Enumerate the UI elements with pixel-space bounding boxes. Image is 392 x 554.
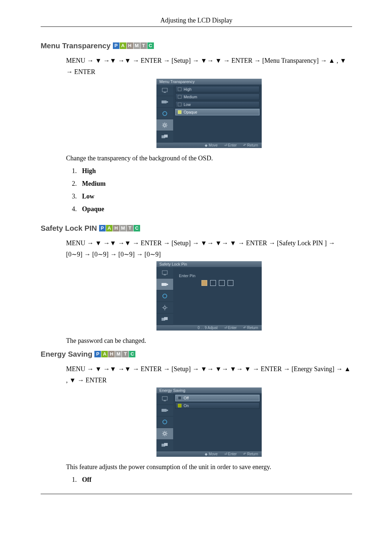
osd-pin-boxes — [176, 280, 259, 286]
osd-footer-move: ◆ Move — [205, 452, 217, 456]
osd-tab-setup-icon — [156, 119, 173, 131]
osd-footer-return: ↶ Return — [243, 326, 258, 330]
osd-tab-input-icon — [156, 96, 173, 108]
osd-content: Off On — [173, 393, 262, 451]
osd-footer-enter: ⏎ Enter — [224, 143, 237, 147]
svg-line-12 — [166, 123, 167, 124]
osd-tab-sound-icon — [156, 108, 173, 119]
osd-option-label: Off — [184, 396, 189, 400]
osd-footer: 0 . . 9 Adjust ⏎ Enter ↶ Return — [156, 325, 262, 331]
svg-rect-43 — [164, 443, 168, 446]
option-label: Off — [82, 476, 91, 483]
option-label: Opaque — [82, 205, 104, 213]
description-energy-saving: This feature adjusts the power consumpti… — [66, 463, 352, 471]
section-body: MENU → ▼ →▼ →▼ → ENTER → [Setup] → ▼→ ▼ … — [66, 55, 352, 213]
osd-footer-enter: ⏎ Enter — [224, 326, 237, 330]
osd-tab-input-icon — [156, 405, 173, 416]
checkbox-icon — [178, 396, 181, 400]
heading-text: Energy Saving — [41, 350, 92, 358]
mode-badge-c: C — [134, 225, 140, 231]
osd-footer: ◆ Move ⏎ Enter ↶ Return — [156, 451, 262, 457]
osd-title: Menu Transparency — [156, 79, 262, 85]
heading-safety-lock-pin: Safety Lock PIN P A H M T C — [41, 224, 352, 233]
svg-rect-29 — [164, 401, 166, 401]
svg-line-38 — [163, 432, 164, 432]
section-body: MENU → ▼ →▼ →▼ → ENTER → [Setup] → ▼→ ▼→… — [66, 364, 352, 483]
svg-rect-18 — [162, 283, 167, 286]
osd-title: Safety Lock Pin — [156, 261, 262, 267]
svg-line-11 — [166, 126, 167, 127]
osd-screenshot-energy-saving: Energy Saving — [156, 387, 262, 457]
osd-tab-picture-icon — [156, 393, 173, 405]
svg-line-39 — [166, 435, 167, 436]
checkbox-icon — [178, 110, 181, 114]
osd-footer: ◆ Move ⏎ Enter ↶ Return — [156, 143, 262, 148]
osd-option-label: On — [184, 403, 189, 408]
heading-text: Menu Transparency — [41, 41, 111, 50]
svg-line-40 — [166, 432, 167, 432]
svg-line-13 — [163, 126, 164, 127]
pin-digit-box — [210, 280, 216, 286]
nav-path-safety-lock: MENU → ▼ →▼ →▼ → ENTER → [Setup] → ▼→ ▼→… — [66, 238, 352, 260]
osd-tab-multi-icon — [156, 440, 173, 451]
svg-point-33 — [164, 432, 166, 435]
mode-badge-p: P — [113, 42, 119, 49]
options-list-menu-transparency: High Medium Low Opaque — [66, 167, 352, 213]
options-list-energy-saving: Off — [66, 476, 352, 484]
mode-badge-a: A — [101, 351, 108, 357]
osd-tab-multi-icon — [156, 313, 173, 325]
mode-badge-m: M — [134, 42, 140, 49]
mode-badge-h: H — [108, 351, 115, 357]
heading-text: Safety Lock PIN — [41, 224, 97, 233]
svg-point-21 — [164, 307, 166, 309]
osd-footer-enter: ⏎ Enter — [224, 452, 237, 456]
nav-path-menu-transparency: MENU → ▼ →▼ →▼ → ENTER → [Setup] → ▼→ ▼ … — [66, 55, 352, 77]
mode-badge-t: T — [140, 42, 147, 49]
svg-rect-0 — [162, 88, 167, 92]
mode-badge-t: T — [127, 225, 133, 231]
mode-badge-p: P — [94, 351, 101, 357]
mode-badge-c: C — [129, 351, 135, 357]
osd-tab-setup-icon — [156, 428, 173, 440]
osd-option-label: Medium — [184, 95, 197, 99]
option-label: High — [82, 167, 96, 175]
svg-point-5 — [164, 124, 166, 126]
mode-badge-t: T — [122, 351, 128, 357]
osd-tab-multi-icon — [156, 131, 173, 143]
description-safety-lock: The password can be changed. — [66, 337, 352, 345]
checkbox-icon — [178, 103, 181, 106]
svg-rect-3 — [167, 101, 168, 103]
osd-footer-adjust: 0 . . 9 Adjust — [197, 326, 217, 330]
svg-rect-17 — [164, 275, 166, 275]
mode-badge-c: C — [147, 42, 154, 49]
heading-menu-transparency: Menu Transparency P A H M T C — [41, 41, 352, 50]
list-item: Medium — [78, 180, 352, 188]
mode-badge-m: M — [120, 225, 126, 231]
osd-option-label: Opaque — [184, 110, 197, 114]
mode-badge-h: H — [113, 225, 119, 231]
page-header: Adjusting the LCD Display — [41, 17, 352, 27]
osd-option-label: Low — [184, 102, 191, 107]
svg-rect-28 — [162, 397, 167, 400]
checkbox-icon — [178, 87, 181, 91]
svg-rect-19 — [167, 284, 168, 285]
checkbox-icon — [178, 404, 181, 407]
checkbox-icon — [178, 95, 181, 99]
list-item: Opaque — [78, 205, 352, 213]
osd-content: High Medium Low Opaque — [173, 85, 262, 143]
osd-option-medium: Medium — [175, 94, 260, 100]
page: Adjusting the LCD Display Menu Transpare… — [0, 0, 392, 509]
pin-digit-box — [201, 280, 207, 286]
svg-line-10 — [163, 123, 164, 124]
osd-option-high: High — [175, 86, 260, 93]
svg-rect-27 — [164, 317, 168, 320]
footer-rule — [41, 494, 352, 494]
osd-tab-setup-icon — [156, 302, 173, 313]
svg-point-32 — [163, 420, 167, 424]
svg-point-4 — [163, 111, 167, 115]
list-item: Off — [78, 476, 352, 484]
osd-screenshot-safety-lock: Safety Lock Pin — [156, 261, 262, 331]
mode-badge-p: P — [99, 225, 106, 231]
heading-energy-saving: Energy Saving P A H M T C — [41, 350, 352, 358]
option-label: Low — [82, 193, 94, 200]
